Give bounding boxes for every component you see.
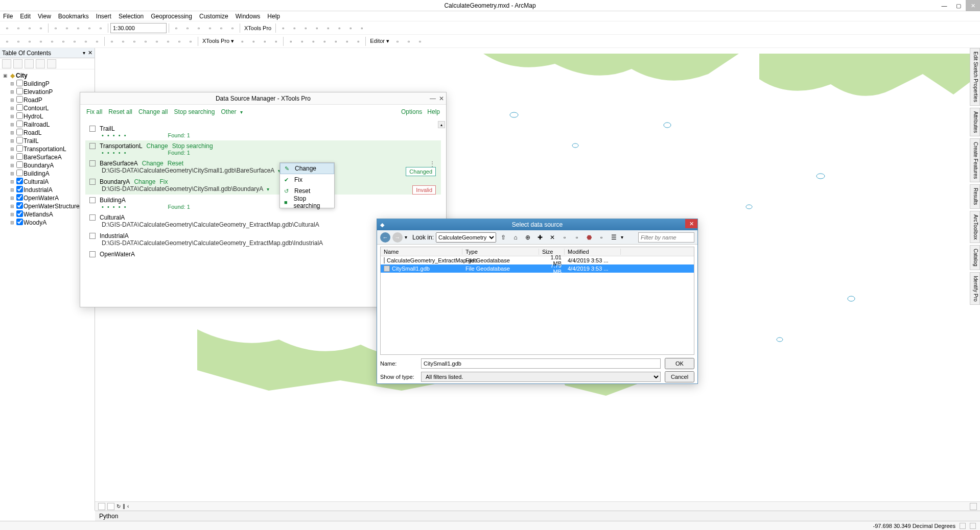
layer-checkbox[interactable] xyxy=(16,137,23,143)
refresh-icon[interactable]: ↻ xyxy=(116,503,121,509)
sds-titlebar[interactable]: ◆ Select data source ✕ xyxy=(377,219,697,230)
tool-icon[interactable]: ▫ xyxy=(342,36,352,46)
pointer-icon[interactable]: ▫ xyxy=(107,36,117,46)
layer-checkbox[interactable] xyxy=(16,186,23,192)
col-modified[interactable]: Modified xyxy=(565,249,621,255)
sds-close-button[interactable]: ✕ xyxy=(685,219,697,228)
tool-icon[interactable]: ▫ xyxy=(300,23,311,33)
list-view-icon[interactable]: ☰ xyxy=(609,232,619,243)
toc-layer[interactable]: ⊞BuildingP xyxy=(1,80,94,88)
zoom-in-icon[interactable]: ▫ xyxy=(2,36,12,46)
expand-icon[interactable]: ⊞ xyxy=(10,155,16,160)
tool-icon[interactable]: ▫ xyxy=(308,36,318,46)
connect-icon[interactable]: ⊕ xyxy=(523,232,533,243)
save-icon[interactable]: ▫ xyxy=(25,23,35,33)
expand-icon[interactable]: ⊞ xyxy=(10,89,16,94)
layer-checkbox[interactable] xyxy=(16,145,23,152)
tool-icon[interactable]: ▫ xyxy=(58,36,68,46)
ctx-fix[interactable]: ✔Fix xyxy=(280,174,334,185)
dsm-change[interactable]: Change xyxy=(134,178,155,185)
menu-customize[interactable]: Customize xyxy=(199,13,228,20)
home-icon[interactable]: ⌂ xyxy=(510,232,521,243)
open-icon[interactable]: ▫ xyxy=(13,23,24,33)
file-row[interactable]: CalculateGeometry_ExtractMap.gdb File Ge… xyxy=(381,256,694,264)
status-icon[interactable] xyxy=(970,523,976,529)
dsm-item-transportation[interactable]: TransportationL Change Stop searching • … xyxy=(85,140,441,158)
side-tab[interactable]: ArcToolbox xyxy=(970,211,980,243)
toc-view-icon[interactable] xyxy=(36,59,45,68)
ctx-stop[interactable]: ■Stop searching xyxy=(280,197,334,208)
dsm-reset[interactable]: Reset xyxy=(168,160,183,167)
tool-icon[interactable]: ▫ xyxy=(278,23,288,33)
dsm-close-icon[interactable]: ✕ xyxy=(439,95,444,102)
menu-help[interactable]: Help xyxy=(267,13,280,20)
expand-icon[interactable]: ⊞ xyxy=(10,130,16,135)
dsm-fixall[interactable]: Fix all xyxy=(86,108,102,115)
tool-icon[interactable]: ▫ xyxy=(69,36,80,46)
data-view-icon[interactable] xyxy=(98,503,105,510)
xtools-dropdown[interactable]: XTools Pro ▾ xyxy=(200,38,236,44)
dsm-change[interactable]: Change xyxy=(142,160,164,167)
side-tab[interactable]: Create Features xyxy=(970,138,980,182)
tool-icon[interactable]: ▫ xyxy=(185,36,196,46)
dsm-help[interactable]: Help xyxy=(427,108,440,115)
tool-icon[interactable]: ▫ xyxy=(331,36,341,46)
dsm-item-baresurface[interactable]: ⋮ BareSurfaceA Change Reset D:\GIS-DATA\… xyxy=(85,158,441,176)
tool-icon[interactable]: ▫ xyxy=(271,36,281,46)
tool-icon[interactable]: ▫ xyxy=(289,23,299,33)
ctx-change[interactable]: ✎Change xyxy=(280,163,334,174)
pause-icon[interactable]: ‖ xyxy=(123,503,125,509)
expand-icon[interactable]: ⊞ xyxy=(10,106,16,111)
dsm-options[interactable]: Options xyxy=(401,108,422,115)
side-tab[interactable]: Catalog xyxy=(970,245,980,270)
delete-icon[interactable]: ✕ xyxy=(547,232,557,243)
tool-icon[interactable]: ▫ xyxy=(334,23,344,33)
tool-icon[interactable]: ▫ xyxy=(194,23,204,33)
pin-icon[interactable]: ▾ xyxy=(83,50,85,56)
toolbox-icon[interactable]: ⬣ xyxy=(584,232,594,243)
tool-icon[interactable]: ▫ xyxy=(182,23,193,33)
scroll-right-icon[interactable] xyxy=(970,503,977,510)
expand-icon[interactable]: ▣ xyxy=(3,73,9,78)
minimize-button[interactable]: — xyxy=(937,0,951,11)
dsm-stop[interactable]: Stop searching xyxy=(172,142,213,150)
layer-checkbox[interactable] xyxy=(16,96,23,103)
expand-icon[interactable]: ⊞ xyxy=(10,122,16,127)
tool-icon[interactable]: ▫ xyxy=(345,23,356,33)
expand-icon[interactable]: ⊞ xyxy=(10,98,16,103)
new-folder-icon[interactable]: ✚ xyxy=(535,232,545,243)
tool-icon[interactable]: ▫ xyxy=(129,36,139,46)
showtype-select[interactable]: All filters listed. xyxy=(421,372,661,382)
tool-icon[interactable]: ▫ xyxy=(237,36,247,46)
layer-checkbox[interactable] xyxy=(16,129,23,135)
tool-icon[interactable]: ▫ xyxy=(216,23,226,33)
dropdown-icon[interactable]: ▾ xyxy=(621,234,623,240)
tool-icon[interactable]: ▫ xyxy=(392,36,403,46)
close-button[interactable]: ✕ xyxy=(966,0,980,11)
paste-icon[interactable]: ▫ xyxy=(73,23,83,33)
dsm-changeall[interactable]: Change all xyxy=(138,108,168,115)
lookin-select[interactable]: CalculateGeometry xyxy=(436,232,496,243)
xtools-label[interactable]: XTools Pro xyxy=(242,25,273,31)
layer-checkbox[interactable] xyxy=(16,112,23,119)
filter-input[interactable] xyxy=(638,232,694,243)
layer-checkbox[interactable] xyxy=(16,194,23,201)
chevron-down-icon[interactable]: ▾ xyxy=(267,186,269,192)
tool-icon[interactable]: ▫ xyxy=(323,23,333,33)
dsm-fix[interactable]: Fix xyxy=(159,178,168,185)
dsm-item-building[interactable]: BuildingA • • • • •Found: 1 xyxy=(85,195,441,212)
tool-icon[interactable]: ▫ xyxy=(559,232,570,243)
new-icon[interactable]: ▫ xyxy=(2,23,12,33)
up-folder-icon[interactable]: ⇧ xyxy=(498,232,508,243)
tool-icon[interactable]: ▫ xyxy=(297,36,307,46)
expand-icon[interactable]: ⊞ xyxy=(10,196,16,201)
toc-view-icon[interactable] xyxy=(25,59,34,68)
pan-icon[interactable]: ▫ xyxy=(25,36,35,46)
tool-icon[interactable]: ▫ xyxy=(141,36,151,46)
tool-icon[interactable]: ▫ xyxy=(404,36,414,46)
tool-icon[interactable]: ▫ xyxy=(286,36,296,46)
layer-checkbox[interactable] xyxy=(16,121,23,127)
print-icon[interactable]: ▫ xyxy=(36,23,46,33)
dropdown-icon[interactable]: ▾ xyxy=(405,234,407,240)
maximize-button[interactable]: ▢ xyxy=(951,0,966,11)
